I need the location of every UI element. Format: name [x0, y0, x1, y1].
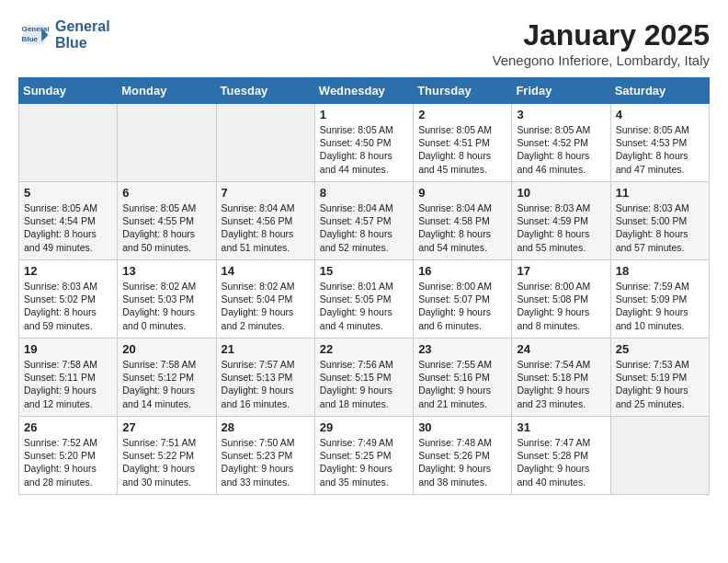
day-info: Sunrise: 7:52 AM Sunset: 5:20 PM Dayligh… [24, 436, 112, 488]
calendar-day-18: 18Sunrise: 7:59 AM Sunset: 5:09 PM Dayli… [610, 260, 709, 339]
day-number: 4 [616, 108, 704, 121]
day-number: 15 [320, 264, 408, 278]
calendar-day-12: 12Sunrise: 8:03 AM Sunset: 5:02 PM Dayli… [19, 260, 118, 339]
day-number: 17 [517, 264, 605, 278]
calendar-day-25: 25Sunrise: 7:53 AM Sunset: 5:19 PM Dayli… [610, 339, 709, 417]
calendar-day-15: 15Sunrise: 8:01 AM Sunset: 5:05 PM Dayli… [314, 260, 413, 339]
calendar-day-27: 27Sunrise: 7:51 AM Sunset: 5:22 PM Dayli… [118, 417, 216, 495]
day-number: 2 [418, 108, 506, 121]
day-info: Sunrise: 7:58 AM Sunset: 5:12 PM Dayligh… [122, 358, 210, 410]
day-info: Sunrise: 7:54 AM Sunset: 5:18 PM Dayligh… [517, 358, 605, 410]
day-number: 13 [122, 264, 210, 278]
day-info: Sunrise: 8:02 AM Sunset: 5:03 PM Dayligh… [122, 280, 210, 332]
day-number: 23 [418, 342, 506, 356]
calendar-day-13: 13Sunrise: 8:02 AM Sunset: 5:03 PM Dayli… [118, 260, 216, 339]
calendar-day-16: 16Sunrise: 8:00 AM Sunset: 5:07 PM Dayli… [414, 260, 512, 339]
calendar-empty-cell [118, 104, 216, 182]
day-number: 29 [320, 420, 408, 434]
day-number: 14 [222, 264, 310, 278]
day-info: Sunrise: 8:05 AM Sunset: 4:51 PM Dayligh… [418, 123, 506, 176]
day-number: 7 [222, 186, 310, 200]
day-number: 10 [517, 186, 605, 200]
day-info: Sunrise: 8:04 AM Sunset: 4:56 PM Dayligh… [222, 201, 310, 254]
day-number: 16 [418, 264, 506, 278]
day-number: 8 [320, 186, 408, 200]
day-info: Sunrise: 7:51 AM Sunset: 5:22 PM Dayligh… [122, 436, 210, 488]
calendar-day-5: 5Sunrise: 8:05 AM Sunset: 4:54 PM Daylig… [19, 182, 118, 260]
calendar-empty-cell [610, 417, 709, 495]
day-number: 22 [320, 342, 408, 356]
weekday-header-row: SundayMondayTuesdayWednesdayThursdayFrid… [19, 78, 710, 104]
day-info: Sunrise: 7:58 AM Sunset: 5:11 PM Dayligh… [24, 358, 112, 410]
calendar-day-20: 20Sunrise: 7:58 AM Sunset: 5:12 PM Dayli… [118, 339, 216, 417]
day-info: Sunrise: 7:55 AM Sunset: 5:16 PM Dayligh… [418, 358, 506, 410]
day-number: 26 [24, 420, 112, 434]
calendar-day-9: 9Sunrise: 8:04 AM Sunset: 4:58 PM Daylig… [414, 182, 512, 260]
day-info: Sunrise: 7:59 AM Sunset: 5:09 PM Dayligh… [616, 280, 704, 332]
calendar-empty-cell [19, 104, 118, 182]
calendar-week-row: 5Sunrise: 8:05 AM Sunset: 4:54 PM Daylig… [19, 182, 710, 260]
day-info: Sunrise: 7:56 AM Sunset: 5:15 PM Dayligh… [320, 358, 408, 410]
day-info: Sunrise: 7:57 AM Sunset: 5:13 PM Dayligh… [222, 358, 310, 410]
weekday-header-thursday: Thursday [414, 78, 512, 104]
day-number: 25 [616, 342, 704, 356]
calendar-day-3: 3Sunrise: 8:05 AM Sunset: 4:52 PM Daylig… [512, 104, 610, 182]
day-number: 9 [418, 186, 506, 200]
calendar-day-31: 31Sunrise: 7:47 AM Sunset: 5:28 PM Dayli… [512, 417, 610, 495]
day-number: 21 [222, 342, 310, 356]
weekday-header-sunday: Sunday [19, 78, 118, 104]
day-info: Sunrise: 8:05 AM Sunset: 4:53 PM Dayligh… [616, 123, 704, 176]
title-area: January 2025 Venegono Inferiore, Lombard… [492, 18, 710, 68]
day-info: Sunrise: 7:48 AM Sunset: 5:26 PM Dayligh… [418, 436, 506, 488]
calendar-day-24: 24Sunrise: 7:54 AM Sunset: 5:18 PM Dayli… [512, 339, 610, 417]
page-header: General Blue General Blue January 2025 V… [18, 18, 710, 68]
calendar-day-10: 10Sunrise: 8:03 AM Sunset: 4:59 PM Dayli… [512, 182, 610, 260]
logo-text-blue: Blue [55, 35, 110, 52]
svg-text:Blue: Blue [22, 35, 39, 43]
logo-icon: General Blue [18, 18, 51, 52]
weekday-header-monday: Monday [118, 78, 216, 104]
calendar-week-row: 26Sunrise: 7:52 AM Sunset: 5:20 PM Dayli… [19, 417, 710, 495]
calendar-subtitle: Venegono Inferiore, Lombardy, Italy [492, 52, 710, 68]
day-number: 31 [517, 420, 605, 434]
day-number: 6 [122, 186, 210, 200]
day-number: 27 [122, 420, 210, 434]
calendar-day-23: 23Sunrise: 7:55 AM Sunset: 5:16 PM Dayli… [414, 339, 512, 417]
calendar-day-21: 21Sunrise: 7:57 AM Sunset: 5:13 PM Dayli… [216, 339, 314, 417]
calendar-day-29: 29Sunrise: 7:49 AM Sunset: 5:25 PM Dayli… [314, 417, 413, 495]
calendar-day-17: 17Sunrise: 8:00 AM Sunset: 5:08 PM Dayli… [512, 260, 610, 339]
weekday-header-wednesday: Wednesday [314, 78, 413, 104]
day-info: Sunrise: 8:00 AM Sunset: 5:07 PM Dayligh… [418, 280, 506, 332]
day-info: Sunrise: 8:05 AM Sunset: 4:54 PM Dayligh… [24, 201, 112, 254]
calendar-day-1: 1Sunrise: 8:05 AM Sunset: 4:50 PM Daylig… [314, 104, 413, 182]
day-info: Sunrise: 8:02 AM Sunset: 5:04 PM Dayligh… [222, 280, 310, 332]
day-number: 5 [24, 186, 112, 200]
calendar-empty-cell [216, 104, 314, 182]
day-number: 24 [517, 342, 605, 356]
day-number: 1 [320, 108, 408, 121]
calendar-day-2: 2Sunrise: 8:05 AM Sunset: 4:51 PM Daylig… [414, 104, 512, 182]
calendar-day-22: 22Sunrise: 7:56 AM Sunset: 5:15 PM Dayli… [314, 339, 413, 417]
day-info: Sunrise: 8:01 AM Sunset: 5:05 PM Dayligh… [320, 280, 408, 332]
day-info: Sunrise: 8:03 AM Sunset: 5:00 PM Dayligh… [616, 201, 704, 254]
day-info: Sunrise: 8:03 AM Sunset: 5:02 PM Dayligh… [24, 280, 112, 332]
day-number: 20 [122, 342, 210, 356]
calendar-day-7: 7Sunrise: 8:04 AM Sunset: 4:56 PM Daylig… [216, 182, 314, 260]
day-info: Sunrise: 8:03 AM Sunset: 4:59 PM Dayligh… [517, 201, 605, 254]
calendar-day-8: 8Sunrise: 8:04 AM Sunset: 4:57 PM Daylig… [314, 182, 413, 260]
weekday-header-friday: Friday [512, 78, 610, 104]
day-info: Sunrise: 8:04 AM Sunset: 4:57 PM Dayligh… [320, 201, 408, 254]
calendar-day-4: 4Sunrise: 8:05 AM Sunset: 4:53 PM Daylig… [610, 104, 709, 182]
calendar-day-26: 26Sunrise: 7:52 AM Sunset: 5:20 PM Dayli… [19, 417, 118, 495]
day-info: Sunrise: 8:00 AM Sunset: 5:08 PM Dayligh… [517, 280, 605, 332]
calendar-day-11: 11Sunrise: 8:03 AM Sunset: 5:00 PM Dayli… [610, 182, 709, 260]
day-info: Sunrise: 8:04 AM Sunset: 4:58 PM Dayligh… [418, 201, 506, 254]
calendar-week-row: 12Sunrise: 8:03 AM Sunset: 5:02 PM Dayli… [19, 260, 710, 339]
day-number: 11 [616, 186, 704, 200]
day-info: Sunrise: 7:53 AM Sunset: 5:19 PM Dayligh… [616, 358, 704, 410]
calendar-day-28: 28Sunrise: 7:50 AM Sunset: 5:23 PM Dayli… [216, 417, 314, 495]
calendar-week-row: 19Sunrise: 7:58 AM Sunset: 5:11 PM Dayli… [19, 339, 710, 417]
day-info: Sunrise: 7:47 AM Sunset: 5:28 PM Dayligh… [517, 436, 605, 488]
day-number: 30 [418, 420, 506, 434]
weekday-header-tuesday: Tuesday [216, 78, 314, 104]
